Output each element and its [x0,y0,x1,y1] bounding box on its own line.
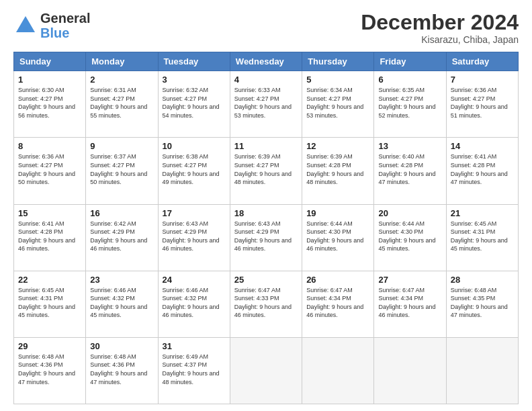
day-info: Sunrise: 6:48 AMSunset: 4:36 PMDaylight:… [90,353,147,385]
table-row [374,337,446,404]
table-row: 25 Sunrise: 6:47 AMSunset: 4:33 PMDaylig… [230,271,302,337]
table-row: 16 Sunrise: 6:42 AMSunset: 4:29 PMDaylig… [86,204,158,271]
table-row: 17 Sunrise: 6:43 AMSunset: 4:29 PMDaylig… [158,204,230,271]
day-info: Sunrise: 6:37 AMSunset: 4:27 PMDaylight:… [90,153,147,185]
day-info: Sunrise: 6:35 AMSunset: 4:27 PMDaylight:… [378,87,435,119]
day-info: Sunrise: 6:46 AMSunset: 4:32 PMDaylight:… [163,287,220,319]
logo: General Blue [13,11,90,40]
table-row [446,337,518,404]
day-info: Sunrise: 6:34 AMSunset: 4:27 PMDaylight:… [306,87,363,119]
day-number: 4 [234,75,298,85]
table-row: 20 Sunrise: 6:44 AMSunset: 4:30 PMDaylig… [374,204,446,271]
day-number: 19 [306,208,369,218]
table-row: 7 Sunrise: 6:36 AMSunset: 4:27 PMDayligh… [446,71,518,138]
day-number: 13 [378,141,441,151]
table-row: 31 Sunrise: 6:49 AMSunset: 4:37 PMDaylig… [158,337,230,404]
day-info: Sunrise: 6:41 AMSunset: 4:28 PMDaylight:… [18,220,75,253]
table-row: 27 Sunrise: 6:47 AMSunset: 4:34 PMDaylig… [374,271,446,337]
day-number: 5 [306,75,369,85]
table-row: 26 Sunrise: 6:47 AMSunset: 4:34 PMDaylig… [302,271,374,337]
day-number: 12 [306,141,369,151]
calendar-row: 15 Sunrise: 6:41 AMSunset: 4:28 PMDaylig… [14,204,519,271]
svg-rect-1 [23,27,28,32]
day-number: 30 [90,341,153,351]
day-number: 2 [90,75,153,85]
day-number: 16 [90,208,153,218]
table-row: 13 Sunrise: 6:40 AMSunset: 4:28 PMDaylig… [374,138,446,204]
month-title: December 2024 [361,11,519,34]
day-info: Sunrise: 6:42 AMSunset: 4:29 PMDaylight:… [90,220,147,253]
table-row: 1 Sunrise: 6:30 AMSunset: 4:27 PMDayligh… [14,71,86,138]
day-info: Sunrise: 6:47 AMSunset: 4:34 PMDaylight:… [378,287,435,319]
day-info: Sunrise: 6:47 AMSunset: 4:33 PMDaylight:… [234,287,292,319]
day-info: Sunrise: 6:36 AMSunset: 4:27 PMDaylight:… [18,153,75,185]
table-row: 19 Sunrise: 6:44 AMSunset: 4:30 PMDaylig… [302,204,374,271]
day-number: 8 [18,141,81,151]
table-row: 29 Sunrise: 6:48 AMSunset: 4:36 PMDaylig… [14,337,86,404]
logo-text: General Blue [40,11,90,40]
day-number: 31 [163,341,226,351]
day-info: Sunrise: 6:31 AMSunset: 4:27 PMDaylight:… [90,87,147,119]
day-number: 21 [451,208,514,218]
table-row: 14 Sunrise: 6:41 AMSunset: 4:28 PMDaylig… [446,138,518,204]
calendar-header-row: Sunday Monday Tuesday Wednesday Thursday… [14,52,519,71]
day-number: 10 [163,141,226,151]
table-row [302,337,374,404]
day-number: 26 [306,275,369,285]
col-monday: Monday [86,52,158,71]
table-row: 23 Sunrise: 6:46 AMSunset: 4:32 PMDaylig… [86,271,158,337]
table-row [230,337,302,404]
day-number: 20 [378,208,441,218]
day-info: Sunrise: 6:45 AMSunset: 4:31 PMDaylight:… [18,287,75,319]
calendar-row: 22 Sunrise: 6:45 AMSunset: 4:31 PMDaylig… [14,271,519,337]
day-number: 28 [451,275,514,285]
logo-general-text: General [40,11,90,26]
day-number: 29 [18,341,81,351]
day-info: Sunrise: 6:44 AMSunset: 4:30 PMDaylight:… [306,220,363,253]
table-row: 2 Sunrise: 6:31 AMSunset: 4:27 PMDayligh… [86,71,158,138]
page-container: General Blue December 2024 Kisarazu, Chi… [0,0,532,411]
day-number: 9 [90,141,153,151]
day-number: 17 [163,208,226,218]
day-info: Sunrise: 6:48 AMSunset: 4:36 PMDaylight:… [18,353,75,385]
day-info: Sunrise: 6:46 AMSunset: 4:32 PMDaylight:… [90,287,147,319]
day-number: 25 [234,275,298,285]
day-number: 3 [163,75,226,85]
calendar-row: 1 Sunrise: 6:30 AMSunset: 4:27 PMDayligh… [14,71,519,138]
day-info: Sunrise: 6:39 AMSunset: 4:28 PMDaylight:… [306,153,363,185]
day-info: Sunrise: 6:44 AMSunset: 4:30 PMDaylight:… [378,220,435,253]
day-info: Sunrise: 6:39 AMSunset: 4:27 PMDaylight:… [234,153,292,185]
table-row: 10 Sunrise: 6:38 AMSunset: 4:27 PMDaylig… [158,138,230,204]
day-info: Sunrise: 6:38 AMSunset: 4:27 PMDaylight:… [163,153,220,185]
day-number: 11 [234,141,298,151]
day-info: Sunrise: 6:43 AMSunset: 4:29 PMDaylight:… [163,220,220,253]
table-row: 12 Sunrise: 6:39 AMSunset: 4:28 PMDaylig… [302,138,374,204]
location: Kisarazu, Chiba, Japan [361,34,519,45]
title-area: December 2024 Kisarazu, Chiba, Japan [361,11,519,45]
table-row: 21 Sunrise: 6:45 AMSunset: 4:31 PMDaylig… [446,204,518,271]
calendar-table: Sunday Monday Tuesday Wednesday Thursday… [13,52,519,404]
day-info: Sunrise: 6:40 AMSunset: 4:28 PMDaylight:… [378,153,435,185]
day-info: Sunrise: 6:41 AMSunset: 4:28 PMDaylight:… [451,153,508,185]
day-info: Sunrise: 6:48 AMSunset: 4:35 PMDaylight:… [451,287,508,319]
logo-blue-text: Blue [40,26,90,40]
col-thursday: Thursday [302,52,374,71]
table-row: 9 Sunrise: 6:37 AMSunset: 4:27 PMDayligh… [86,138,158,204]
table-row: 4 Sunrise: 6:33 AMSunset: 4:27 PMDayligh… [230,71,302,138]
table-row: 8 Sunrise: 6:36 AMSunset: 4:27 PMDayligh… [14,138,86,204]
col-sunday: Sunday [14,52,86,71]
table-row: 11 Sunrise: 6:39 AMSunset: 4:27 PMDaylig… [230,138,302,204]
table-row: 15 Sunrise: 6:41 AMSunset: 4:28 PMDaylig… [14,204,86,271]
day-number: 27 [378,275,441,285]
table-row: 24 Sunrise: 6:46 AMSunset: 4:32 PMDaylig… [158,271,230,337]
table-row: 30 Sunrise: 6:48 AMSunset: 4:36 PMDaylig… [86,337,158,404]
logo-icon [13,13,38,38]
calendar-row: 29 Sunrise: 6:48 AMSunset: 4:36 PMDaylig… [14,337,519,404]
day-info: Sunrise: 6:30 AMSunset: 4:27 PMDaylight:… [18,87,75,119]
header: General Blue December 2024 Kisarazu, Chi… [13,11,519,45]
day-number: 22 [18,275,81,285]
table-row: 28 Sunrise: 6:48 AMSunset: 4:35 PMDaylig… [446,271,518,337]
table-row: 18 Sunrise: 6:43 AMSunset: 4:29 PMDaylig… [230,204,302,271]
day-number: 24 [163,275,226,285]
col-friday: Friday [374,52,446,71]
